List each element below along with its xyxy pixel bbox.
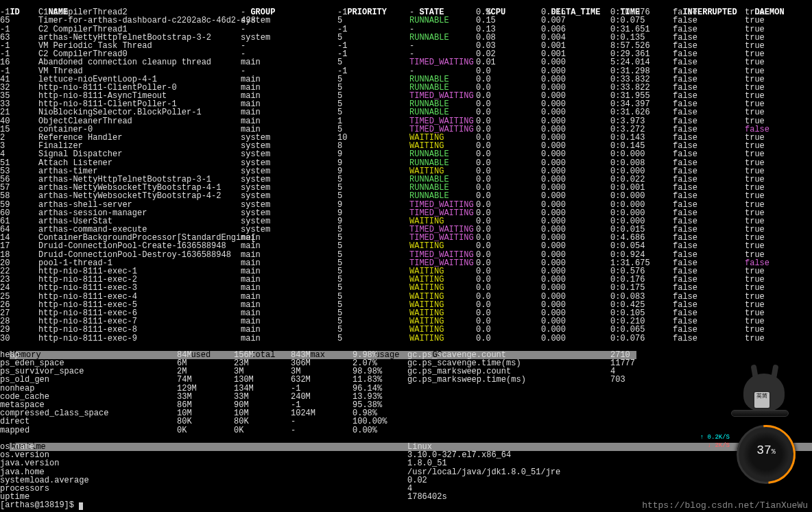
cell-priority: 5 xyxy=(337,309,409,317)
memory-section-header: MemoryusedtotalmaxusageGC xyxy=(0,343,812,351)
cell-priority: -1 xyxy=(337,25,409,34)
cell-id: 25 xyxy=(0,293,38,301)
cell-id: 58 xyxy=(0,192,38,200)
runtime-row: os.version3.10.0-327.el7.x86_64 xyxy=(0,451,812,459)
cell-priority: 5 xyxy=(337,108,409,117)
cell-id: 21 xyxy=(0,108,38,117)
cell-priority: 5 xyxy=(337,293,409,301)
cell-delta-time: 0.006 xyxy=(541,25,610,34)
cell-cpu: 0.0 xyxy=(476,108,541,117)
cell-priority: 5 xyxy=(337,92,409,100)
prompt-text: [arthas@13819]$ xyxy=(0,500,79,510)
cell-id: 51 xyxy=(0,159,38,167)
memory-row: ps_survivor_space2M3M3M98.98%gc.ps_marks… xyxy=(0,367,812,376)
cell-time: 0:0.000 xyxy=(610,192,673,200)
cell-priority: -1 xyxy=(337,42,409,50)
cell-delta-time: 0.000 xyxy=(541,334,610,343)
cell-state: RUNNABLE xyxy=(409,192,476,200)
cell-id: 29 xyxy=(0,326,38,334)
cell-priority: 5 xyxy=(337,75,409,84)
cell-daemon: true xyxy=(745,150,786,158)
cell-state: WAITING xyxy=(409,242,476,250)
cell-name: http-nio-8111-exec-8 xyxy=(38,326,241,334)
mem-used: 0K xyxy=(177,426,234,435)
cell-delta-time: 0.000 xyxy=(541,326,610,334)
memory-row: metaspace86M90M-195.38% xyxy=(0,401,812,409)
cell-time: 5:24.014 xyxy=(610,58,673,66)
avatar-widget[interactable]: 英简 xyxy=(730,370,791,418)
memory-table-body: heap84M156M843M9.98%gc.ps_scavenge.count… xyxy=(0,351,812,435)
mem-used: 80K xyxy=(177,417,234,426)
cell-cpu: 0.15 xyxy=(476,16,541,25)
cell-cpu: 0.0 xyxy=(476,251,541,259)
cell-state: TIMED_WAITING xyxy=(409,251,476,259)
cell-state: RUNNABLE xyxy=(409,108,476,117)
cell-state: RUNNABLE xyxy=(409,150,476,158)
table-row: 4Signal Dispatchersystem9RUNNABLE0.00.00… xyxy=(0,150,812,158)
cell-state: TIMED_WAITING xyxy=(409,201,476,209)
cell-cpu: 0.0 xyxy=(476,326,541,334)
mem-max: - xyxy=(291,417,353,426)
cell-name: arthas-NettyWebsocketTtyBootstrap-4-2 xyxy=(38,192,241,200)
cell-cpu: 0.0 xyxy=(476,293,541,301)
cell-time: 0:0.175 xyxy=(610,284,673,292)
table-row: 65Timer-for-arthas-dashboard-c2202a8c-46… xyxy=(0,16,812,25)
cell-cpu: 0.0 xyxy=(476,201,541,209)
memory-row: ps_old_gen74M130M632M11.83%gc.ps_markswe… xyxy=(0,376,812,384)
cell-id: 18 xyxy=(0,251,38,259)
runtime-value: 3.10.0-327.el7.x86_64 xyxy=(407,451,750,459)
cell-time: 0:3.973 xyxy=(610,117,673,125)
cpu-gauge-widget[interactable]: 37% xyxy=(737,425,805,493)
cell-state: TIMED_WAITING xyxy=(409,58,476,66)
cell-cpu: 0.13 xyxy=(476,25,541,34)
gauge-number: 37 xyxy=(756,443,772,457)
avatar-badge: 英简 xyxy=(753,391,771,409)
cell-name: Druid-ConnectionPool-Create-1636588948 xyxy=(38,242,241,250)
cell-daemon: true xyxy=(745,242,786,250)
cell-priority: 5 xyxy=(337,301,409,309)
table-row: 16Abandoned connection cleanup threadmai… xyxy=(0,58,812,66)
cell-id: 3 xyxy=(0,142,38,150)
mem-usage: 100.00% xyxy=(353,417,407,426)
cell-state: WAITING xyxy=(409,284,476,292)
cell-cpu: 0.0 xyxy=(476,159,541,167)
cell-group: main xyxy=(241,284,337,292)
cell-id: 24 xyxy=(0,284,38,292)
mem-name: ps_old_gen xyxy=(0,376,177,384)
cell-time: 0:31.651 xyxy=(610,25,673,34)
runtime-key: java.version xyxy=(0,459,407,467)
mem-name: nonheap xyxy=(0,385,177,393)
cell-delta-time: 0.000 xyxy=(541,293,610,301)
cell-priority: 10 xyxy=(337,134,409,142)
cell-daemon: true xyxy=(745,117,786,125)
cell-interrupted: false xyxy=(673,192,745,200)
cell-state: TIMED_WAITING xyxy=(409,117,476,125)
cell-interrupted: false xyxy=(673,159,745,167)
runtime-value: 4 xyxy=(407,485,750,493)
cell-cpu: 0.01 xyxy=(476,58,541,66)
cell-cpu: 0.0 xyxy=(476,242,541,250)
cell-name: Abandoned connection cleanup thread xyxy=(38,58,241,66)
cell-daemon: true xyxy=(745,293,786,301)
mem-max: 1024M xyxy=(291,409,353,417)
download-speed: ↓ 2K/S xyxy=(700,441,730,450)
cell-id: 4 xyxy=(0,150,38,158)
cell-interrupted: false xyxy=(673,25,745,34)
cell-name: NioBlockingSelector.BlockPoller-1 xyxy=(38,108,241,117)
mem-name: direct xyxy=(0,417,177,426)
cell-priority: 8 xyxy=(337,142,409,150)
gc-value: 11777 xyxy=(610,359,679,367)
cell-daemon: true xyxy=(745,284,786,292)
cell-priority: 5 xyxy=(337,317,409,326)
cell-daemon: true xyxy=(745,58,786,66)
cell-daemon: true xyxy=(745,192,786,200)
runtime-key: processors xyxy=(0,485,407,493)
table-row: 40ObjectCleanerThreadmain1TIMED_WAITING0… xyxy=(0,117,812,125)
cell-priority: 5 xyxy=(337,267,409,276)
cell-priority: 5 xyxy=(337,100,409,108)
cell-priority: 9 xyxy=(337,209,409,217)
cell-interrupted: false xyxy=(673,16,745,25)
cell-interrupted: false xyxy=(673,251,745,259)
cell-time: 0:0.008 xyxy=(610,159,673,167)
cell-id: 2 xyxy=(0,134,38,142)
